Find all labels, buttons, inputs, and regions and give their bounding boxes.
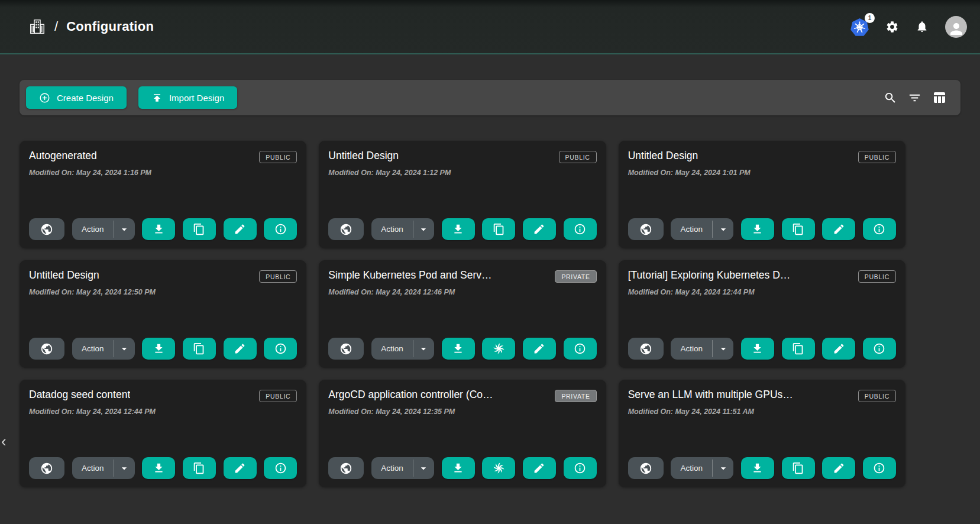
copy-icon [792, 342, 804, 355]
action-split-button[interactable]: Action [671, 457, 733, 479]
application-button[interactable] [482, 338, 515, 360]
download-button[interactable] [741, 457, 774, 479]
edit-button[interactable] [224, 457, 257, 479]
action-button-label[interactable]: Action [671, 338, 712, 360]
info-button[interactable] [264, 338, 297, 360]
download-arrow-icon [452, 342, 464, 355]
search-button[interactable] [884, 91, 897, 105]
clone-button[interactable] [482, 218, 515, 240]
design-title: Untitled Design [328, 150, 399, 162]
sidebar-collapse-chevron[interactable]: ‹ [1, 434, 7, 449]
action-split-button[interactable]: Action [371, 457, 434, 479]
info-button[interactable] [863, 457, 896, 479]
create-design-button[interactable]: Create Design [26, 86, 127, 109]
visibility-globe-button[interactable] [29, 457, 64, 479]
action-button-label[interactable]: Action [371, 457, 413, 479]
edit-button[interactable] [224, 218, 257, 240]
action-split-button[interactable]: Action [371, 218, 434, 240]
design-card: Serve an LLM with multiple GPUs… PUBLIC … [619, 380, 905, 487]
import-design-button[interactable]: Import Design [138, 86, 237, 109]
chevron-down-icon[interactable] [713, 218, 733, 240]
chevron-down-icon[interactable] [114, 457, 135, 479]
action-button-label[interactable]: Action [72, 218, 114, 240]
action-split-button[interactable]: Action [671, 218, 733, 240]
download-button[interactable] [442, 457, 475, 479]
info-button[interactable] [264, 457, 297, 479]
chevron-down-icon[interactable] [413, 218, 434, 240]
clone-button[interactable] [183, 457, 216, 479]
download-button[interactable] [442, 338, 475, 360]
visibility-badge: PUBLIC [858, 151, 896, 163]
design-title: Untitled Design [29, 269, 99, 282]
action-button-label[interactable]: Action [371, 218, 413, 240]
visibility-globe-button[interactable] [628, 338, 664, 360]
visibility-globe-button[interactable] [328, 338, 364, 360]
action-split-button[interactable]: Action [371, 338, 434, 360]
filter-button[interactable] [908, 91, 921, 105]
visibility-globe-button[interactable] [628, 457, 664, 479]
kubernetes-context-button[interactable]: 1 [850, 18, 869, 36]
clone-button[interactable] [782, 218, 815, 240]
chevron-down-icon[interactable] [114, 218, 135, 240]
edit-button[interactable] [523, 338, 556, 360]
bell-icon [916, 20, 929, 33]
notifications-button[interactable] [916, 20, 929, 33]
action-button-label[interactable]: Action [671, 218, 712, 240]
designs-toolbar: Create Design Import Design [20, 80, 960, 115]
clone-button[interactable] [782, 457, 815, 479]
table-view-button[interactable] [932, 90, 946, 105]
action-button-label[interactable]: Action [72, 338, 114, 360]
info-circle-icon [274, 342, 287, 355]
action-split-button[interactable]: Action [72, 218, 135, 240]
info-button[interactable] [564, 218, 597, 240]
download-button[interactable] [442, 218, 475, 240]
clone-button[interactable] [782, 338, 815, 360]
download-button[interactable] [142, 218, 175, 240]
download-button[interactable] [142, 338, 175, 360]
download-button[interactable] [741, 218, 774, 240]
application-button[interactable] [482, 457, 515, 479]
chevron-down-icon[interactable] [713, 457, 733, 479]
edit-button[interactable] [822, 218, 855, 240]
info-button[interactable] [863, 218, 896, 240]
chevron-down-icon[interactable] [413, 457, 434, 479]
visibility-globe-button[interactable] [628, 218, 664, 240]
card-actions: Action [29, 338, 297, 360]
action-split-button[interactable]: Action [72, 457, 135, 479]
visibility-globe-button[interactable] [328, 457, 364, 479]
edit-button[interactable] [224, 338, 257, 360]
visibility-globe-button[interactable] [29, 218, 64, 240]
info-button[interactable] [564, 338, 597, 360]
action-split-button[interactable]: Action [72, 338, 135, 360]
chevron-down-icon[interactable] [114, 338, 135, 360]
edit-button[interactable] [523, 218, 556, 240]
globe-icon [339, 342, 352, 355]
action-button-label[interactable]: Action [72, 457, 114, 479]
chevron-down-icon[interactable] [413, 338, 434, 360]
settings-button[interactable] [885, 20, 899, 34]
visibility-globe-button[interactable] [29, 338, 64, 360]
edit-button[interactable] [822, 338, 855, 360]
download-button[interactable] [142, 457, 175, 479]
chevron-down-icon[interactable] [713, 338, 733, 360]
download-button[interactable] [741, 338, 774, 360]
action-split-button[interactable]: Action [671, 338, 733, 360]
action-button-label[interactable]: Action [671, 457, 712, 479]
download-arrow-icon [153, 223, 165, 235]
clone-button[interactable] [183, 338, 216, 360]
visibility-badge: PUBLIC [858, 390, 896, 402]
edit-button[interactable] [822, 457, 855, 479]
info-button[interactable] [564, 457, 597, 479]
info-button[interactable] [863, 338, 896, 360]
clone-button[interactable] [183, 218, 216, 240]
card-actions: Action [29, 218, 297, 240]
action-button-label[interactable]: Action [371, 338, 413, 360]
visibility-globe-button[interactable] [328, 218, 364, 240]
info-button[interactable] [264, 218, 297, 240]
edit-button[interactable] [523, 457, 556, 479]
globe-icon [40, 462, 53, 475]
building-icon[interactable] [28, 18, 46, 35]
modified-date: Modified On: May 24, 2024 12:46 PM [328, 288, 596, 296]
download-arrow-icon [751, 462, 764, 474]
user-avatar[interactable] [945, 16, 967, 38]
